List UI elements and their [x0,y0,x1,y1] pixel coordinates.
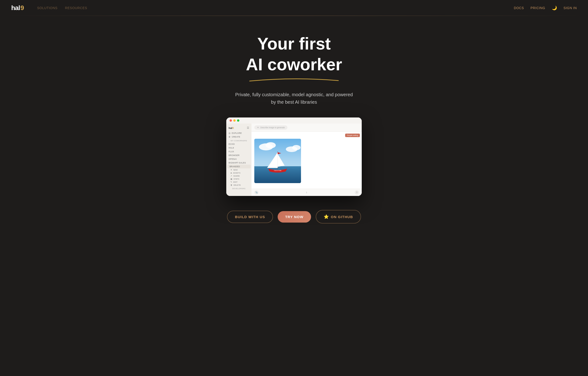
underline-decoration [245,76,343,83]
share-icon: ↗ [231,175,232,177]
nav-resources[interactable]: RESOURCES [65,6,87,10]
sidebar-sub-delete[interactable]: 🗑 DELETE [226,184,252,187]
window-close-dot[interactable] [230,119,232,122]
pagination-indicator: 1 [306,191,307,194]
nav-right: DOCS PRICING 🌙 SIGN IN [514,5,577,10]
sailboat-image: Coca-Cola [254,139,301,183]
mockup-body: hal9 ☰ ◎ EXPLORE ⊕ CREATE MY COWORKERS E… [226,124,362,196]
mockup-sidebar: hal9 ☰ ◎ EXPLORE ⊕ CREATE MY COWORKERS E… [226,124,252,196]
sailboat-svg: Coca-Cola [254,139,301,183]
window-minimize-dot[interactable] [233,119,236,122]
sidebar-header: hal9 ☰ [226,125,252,131]
prompt-icon: ✦ [257,126,259,129]
new-icon: ✦ [231,169,232,171]
sidebar-logo: hal9 [229,126,234,129]
nav-solutions[interactable]: SOLUTIONS [37,6,57,10]
mockup-bottom-right: ? [355,190,359,195]
hero-title-line2: AI coworker [246,55,342,74]
build-with-us-button[interactable]: BUILD WITH US [227,211,273,223]
sidebar-item-openai[interactable]: OPENAI [226,157,252,161]
hero-title-line1: Your first [257,35,331,53]
sidebar-sub-assets[interactable]: ◈ ASSETS [226,171,252,175]
nav-signin[interactable]: SIGN IN [564,6,577,10]
logo[interactable]: hal 9 [11,4,24,12]
sidebar-item-branded[interactable]: BRANDED [227,165,251,168]
mockup-prompt-input[interactable]: ✦ Describe image to generate [254,125,287,130]
delete-icon: 🗑 [231,184,232,186]
mockup-bottom-bar: 📎 1 ? [252,189,362,196]
assets-icon: ◈ [231,172,232,174]
try-now-button[interactable]: TRY NOW [278,211,311,223]
sidebar-item-create[interactable]: ⊕ CREATE [226,135,252,139]
edit-icon: ✎ [231,181,232,183]
cta-buttons: BUILD WITH US TRY NOW ⭐ ON GITHUB [227,210,361,223]
nav-left: hal 9 SOLUTIONS RESOURCES [11,4,87,12]
sidebar-developers-label: DEVELOPERS [226,187,252,190]
navbar: hal 9 SOLUTIONS RESOURCES DOCS PRICING 🌙… [0,0,588,16]
sidebar-item-echo[interactable]: ECHO [226,142,252,146]
nav-docs[interactable]: DOCS [514,6,524,10]
sidebar-item-browser[interactable]: BROWSER [226,153,252,157]
sidebar-item-flux[interactable]: FLUX [226,150,252,153]
mockup-main: ✦ Describe image to generate People sell… [252,124,362,196]
sidebar-sub-stats[interactable]: ▦ STATS [226,178,252,180]
attachment-icon[interactable]: 📎 [254,190,259,195]
nav-links-left: SOLUTIONS RESOURCES [37,6,87,10]
sidebar-item-hal9[interactable]: HAL9 [226,146,252,150]
people-selling-badge: People selling [345,134,360,137]
mockup-bottom-left: 📎 [254,190,259,195]
sidebar-sub-share[interactable]: ↗ SHARE [226,175,252,178]
sidebar-menu-icon[interactable]: ☰ [247,126,249,129]
hero-subtitle: Private, fully customizable, model agnos… [233,91,355,106]
sidebar-my-coworkers-label: MY COWORKERS [226,139,252,142]
theme-toggle-icon[interactable]: 🌙 [552,5,557,10]
hero-section: Your first AI coworker Private, fully cu… [0,16,588,238]
svg-text:Coca-Cola: Coca-Cola [274,169,281,171]
sidebar-item-bigmart-sales[interactable]: BIGMART-SALES [226,161,252,165]
svg-point-2 [265,142,276,148]
sidebar-sub-new[interactable]: ✦ NEW [226,168,252,171]
logo-text: hal [11,4,20,12]
window-maximize-dot[interactable] [237,119,239,122]
app-mockup: hal9 ☰ ◎ EXPLORE ⊕ CREATE MY COWORKERS E… [226,117,362,196]
sidebar-sub-edit[interactable]: ✎ EDIT [226,180,252,184]
on-github-button[interactable]: ⭐ ON GITHUB [316,210,361,223]
mockup-top-bar: ✦ Describe image to generate [252,124,362,132]
help-icon[interactable]: ? [355,190,359,195]
svg-point-4 [292,145,301,150]
mockup-titlebar [226,117,362,124]
star-icon: ⭐ [324,214,329,219]
sidebar-item-explore[interactable]: ◎ EXPLORE [226,131,252,135]
nav-pricing[interactable]: PRICING [531,6,545,10]
mockup-content-area: People selling [252,132,362,189]
create-icon: ⊕ [229,136,231,138]
logo-nine: 9 [20,4,24,12]
explore-icon: ◎ [229,132,231,134]
stats-icon: ▦ [231,178,232,180]
